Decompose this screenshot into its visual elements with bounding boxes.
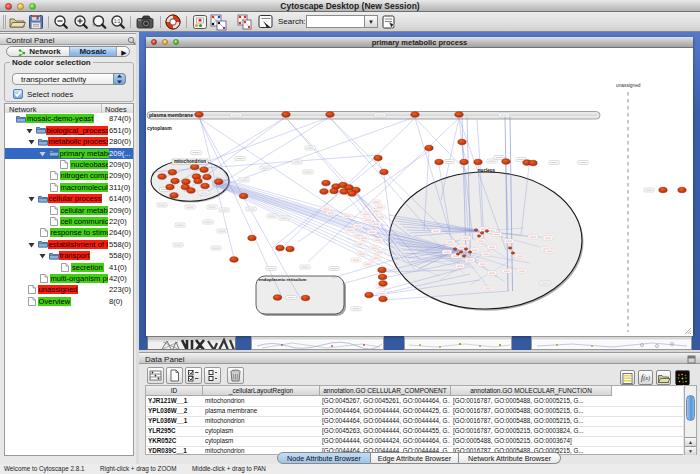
svg-text:unassigned: unassigned bbox=[616, 83, 641, 88]
svg-text:endoplasmic reticulum: endoplasmic reticulum bbox=[259, 277, 307, 282]
svg-text:1:1: 1:1 bbox=[114, 19, 121, 24]
svg-text:mitochondrion: mitochondrion bbox=[174, 159, 206, 164]
svg-text:nucleus: nucleus bbox=[478, 168, 496, 173]
svg-text:cytoplasm: cytoplasm bbox=[147, 125, 172, 131]
svg-text:plasma membrane: plasma membrane bbox=[149, 112, 193, 118]
